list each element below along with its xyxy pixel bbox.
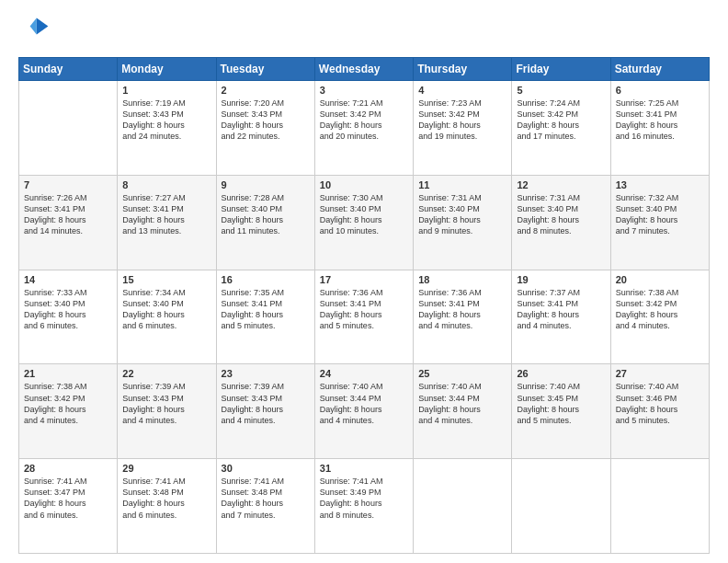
- day-number: 14: [24, 274, 112, 285]
- day-cell: 24Sunrise: 7:40 AM Sunset: 3:44 PM Dayli…: [314, 364, 413, 459]
- day-number: 19: [517, 274, 605, 285]
- day-number: 9: [222, 179, 310, 190]
- day-info: Sunrise: 7:27 AM Sunset: 3:41 PM Dayligh…: [122, 192, 210, 237]
- day-info: Sunrise: 7:32 AM Sunset: 3:40 PM Dayligh…: [616, 192, 704, 237]
- day-cell: 4Sunrise: 7:23 AM Sunset: 3:42 PM Daylig…: [414, 81, 512, 176]
- day-cell: 5Sunrise: 7:24 AM Sunset: 3:42 PM Daylig…: [512, 81, 610, 176]
- day-number: 21: [24, 368, 112, 379]
- day-cell: 23Sunrise: 7:39 AM Sunset: 3:43 PM Dayli…: [216, 364, 314, 459]
- day-info: Sunrise: 7:25 AM Sunset: 3:41 PM Dayligh…: [616, 98, 704, 143]
- page: SundayMondayTuesdayWednesdayThursdayFrid…: [0, 0, 728, 563]
- weekday-header-row: SundayMondayTuesdayWednesdayThursdayFrid…: [19, 58, 710, 81]
- weekday-header-wednesday: Wednesday: [314, 58, 413, 81]
- day-info: Sunrise: 7:40 AM Sunset: 3:46 PM Dayligh…: [616, 381, 704, 426]
- day-cell: 13Sunrise: 7:32 AM Sunset: 3:40 PM Dayli…: [610, 175, 709, 270]
- day-cell: [512, 459, 610, 554]
- day-info: Sunrise: 7:23 AM Sunset: 3:42 PM Dayligh…: [418, 98, 506, 143]
- day-cell: 25Sunrise: 7:40 AM Sunset: 3:44 PM Dayli…: [414, 364, 512, 459]
- header: [18, 15, 710, 48]
- day-cell: 14Sunrise: 7:33 AM Sunset: 3:40 PM Dayli…: [19, 270, 118, 364]
- day-number: 10: [320, 179, 408, 190]
- day-info: Sunrise: 7:37 AM Sunset: 3:41 PM Dayligh…: [517, 287, 605, 332]
- day-cell: 1Sunrise: 7:19 AM Sunset: 3:43 PM Daylig…: [118, 81, 216, 176]
- day-number: 23: [222, 368, 310, 379]
- day-cell: 28Sunrise: 7:41 AM Sunset: 3:47 PM Dayli…: [19, 459, 118, 554]
- day-info: Sunrise: 7:28 AM Sunset: 3:40 PM Dayligh…: [222, 192, 310, 237]
- day-number: 31: [320, 463, 408, 474]
- week-row-2: 7Sunrise: 7:26 AM Sunset: 3:41 PM Daylig…: [19, 175, 710, 270]
- day-info: Sunrise: 7:19 AM Sunset: 3:43 PM Dayligh…: [122, 98, 210, 143]
- day-info: Sunrise: 7:36 AM Sunset: 3:41 PM Dayligh…: [320, 287, 408, 332]
- day-cell: 6Sunrise: 7:25 AM Sunset: 3:41 PM Daylig…: [610, 81, 709, 176]
- day-cell: 22Sunrise: 7:39 AM Sunset: 3:43 PM Dayli…: [118, 364, 216, 459]
- day-info: Sunrise: 7:21 AM Sunset: 3:42 PM Dayligh…: [320, 98, 408, 143]
- week-row-5: 28Sunrise: 7:41 AM Sunset: 3:47 PM Dayli…: [19, 459, 710, 554]
- day-number: 6: [616, 85, 704, 96]
- day-info: Sunrise: 7:38 AM Sunset: 3:42 PM Dayligh…: [616, 287, 704, 332]
- logo-icon: [18, 15, 51, 48]
- svg-marker-2: [30, 18, 37, 35]
- day-info: Sunrise: 7:41 AM Sunset: 3:49 PM Dayligh…: [320, 476, 408, 521]
- day-cell: 30Sunrise: 7:41 AM Sunset: 3:48 PM Dayli…: [216, 459, 314, 554]
- day-info: Sunrise: 7:39 AM Sunset: 3:43 PM Dayligh…: [122, 381, 210, 426]
- day-number: 29: [122, 463, 210, 474]
- day-cell: 21Sunrise: 7:38 AM Sunset: 3:42 PM Dayli…: [19, 364, 118, 459]
- svg-marker-1: [37, 18, 49, 35]
- day-number: 18: [418, 274, 506, 285]
- day-number: 25: [418, 368, 506, 379]
- day-cell: 19Sunrise: 7:37 AM Sunset: 3:41 PM Dayli…: [512, 270, 610, 364]
- day-cell: 7Sunrise: 7:26 AM Sunset: 3:41 PM Daylig…: [19, 175, 118, 270]
- day-info: Sunrise: 7:20 AM Sunset: 3:43 PM Dayligh…: [222, 98, 310, 143]
- day-info: Sunrise: 7:36 AM Sunset: 3:41 PM Dayligh…: [418, 287, 506, 332]
- day-info: Sunrise: 7:30 AM Sunset: 3:40 PM Dayligh…: [320, 192, 408, 237]
- day-number: 24: [320, 368, 408, 379]
- day-cell: [19, 81, 118, 176]
- day-info: Sunrise: 7:40 AM Sunset: 3:44 PM Dayligh…: [320, 381, 408, 426]
- day-number: 2: [222, 85, 310, 96]
- day-number: 16: [222, 274, 310, 285]
- day-info: Sunrise: 7:26 AM Sunset: 3:41 PM Dayligh…: [24, 192, 112, 237]
- day-cell: 9Sunrise: 7:28 AM Sunset: 3:40 PM Daylig…: [216, 175, 314, 270]
- day-cell: 31Sunrise: 7:41 AM Sunset: 3:49 PM Dayli…: [314, 459, 413, 554]
- weekday-header-saturday: Saturday: [610, 58, 709, 81]
- day-cell: 20Sunrise: 7:38 AM Sunset: 3:42 PM Dayli…: [610, 270, 709, 364]
- week-row-1: 1Sunrise: 7:19 AM Sunset: 3:43 PM Daylig…: [19, 81, 710, 176]
- day-number: 13: [616, 179, 704, 190]
- day-info: Sunrise: 7:24 AM Sunset: 3:42 PM Dayligh…: [517, 98, 605, 143]
- day-number: 28: [24, 463, 112, 474]
- day-number: 4: [418, 85, 506, 96]
- day-info: Sunrise: 7:40 AM Sunset: 3:45 PM Dayligh…: [517, 381, 605, 426]
- day-cell: 29Sunrise: 7:41 AM Sunset: 3:48 PM Dayli…: [118, 459, 216, 554]
- day-info: Sunrise: 7:41 AM Sunset: 3:48 PM Dayligh…: [122, 476, 210, 521]
- day-cell: 2Sunrise: 7:20 AM Sunset: 3:43 PM Daylig…: [216, 81, 314, 176]
- calendar-table: SundayMondayTuesdayWednesdayThursdayFrid…: [18, 57, 710, 554]
- day-number: 26: [517, 368, 605, 379]
- day-cell: [610, 459, 709, 554]
- day-info: Sunrise: 7:35 AM Sunset: 3:41 PM Dayligh…: [222, 287, 310, 332]
- day-number: 5: [517, 85, 605, 96]
- day-cell: 12Sunrise: 7:31 AM Sunset: 3:40 PM Dayli…: [512, 175, 610, 270]
- day-info: Sunrise: 7:31 AM Sunset: 3:40 PM Dayligh…: [418, 192, 506, 237]
- day-cell: 16Sunrise: 7:35 AM Sunset: 3:41 PM Dayli…: [216, 270, 314, 364]
- day-cell: 15Sunrise: 7:34 AM Sunset: 3:40 PM Dayli…: [118, 270, 216, 364]
- day-number: 22: [122, 368, 210, 379]
- day-info: Sunrise: 7:34 AM Sunset: 3:40 PM Dayligh…: [122, 287, 210, 332]
- day-info: Sunrise: 7:38 AM Sunset: 3:42 PM Dayligh…: [24, 381, 112, 426]
- day-number: 17: [320, 274, 408, 285]
- day-info: Sunrise: 7:41 AM Sunset: 3:47 PM Dayligh…: [24, 476, 112, 521]
- weekday-header-sunday: Sunday: [19, 58, 118, 81]
- weekday-header-friday: Friday: [512, 58, 610, 81]
- day-cell: 18Sunrise: 7:36 AM Sunset: 3:41 PM Dayli…: [414, 270, 512, 364]
- day-cell: 17Sunrise: 7:36 AM Sunset: 3:41 PM Dayli…: [314, 270, 413, 364]
- day-cell: 26Sunrise: 7:40 AM Sunset: 3:45 PM Dayli…: [512, 364, 610, 459]
- day-info: Sunrise: 7:41 AM Sunset: 3:48 PM Dayligh…: [222, 476, 310, 521]
- day-number: 30: [222, 463, 310, 474]
- day-number: 7: [24, 179, 112, 190]
- day-cell: [414, 459, 512, 554]
- day-number: 1: [122, 85, 210, 96]
- weekday-header-thursday: Thursday: [414, 58, 512, 81]
- week-row-4: 21Sunrise: 7:38 AM Sunset: 3:42 PM Dayli…: [19, 364, 710, 459]
- day-number: 15: [122, 274, 210, 285]
- weekday-header-tuesday: Tuesday: [216, 58, 314, 81]
- logo: [18, 15, 55, 48]
